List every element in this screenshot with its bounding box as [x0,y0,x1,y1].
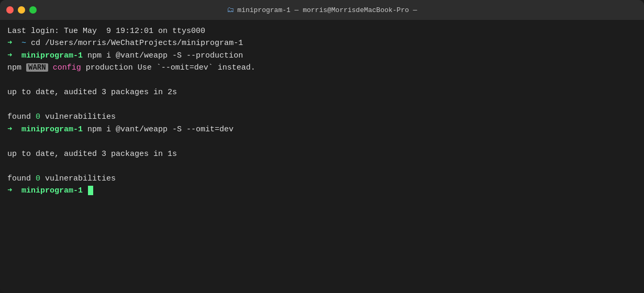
terminal-window: 🗂 miniprogram-1 — morris@MorrisdeMacBook… [0,0,644,293]
cmd-line-2: ➜ miniprogram-1 npm i @vant/weapp -S --p… [7,50,637,62]
prompt-dir-4: miniprogram-1 [21,186,83,195]
maximize-button[interactable] [29,6,37,14]
traffic-lights [6,6,37,14]
prompt-arrow-1: ➜ [7,39,12,48]
vuln-count-2: 0 [36,174,40,183]
audit-line-1: up to date, audited 3 packages in 2s [7,86,637,98]
title-bar: 🗂 miniprogram-1 — morris@MorrisdeMacBook… [0,0,644,20]
prompt-dir-2: miniprogram-1 [21,51,83,60]
prompt-dir-3: miniprogram-1 [21,125,83,134]
vuln-line-1: found 0 vulnerabilities [7,111,637,123]
warn-line: npm WARN config production Use `--omit=d… [7,62,637,74]
prompt-arrow-4: ➜ [7,186,12,195]
cmd-line-1: ➜ ~ cd /Users/morris/WeChatProjects/mini… [7,37,637,49]
warn-badge: WARN [26,63,48,72]
empty-1 [7,74,637,86]
minimize-button[interactable] [18,6,25,14]
prompt-arrow-3: ➜ [7,125,12,134]
window-title: 🗂 miniprogram-1 — morris@MorrisdeMacBook… [227,6,417,14]
vuln-line-2: found 0 vulnerabilities [7,173,637,185]
prompt-dir-1: ~ [21,39,26,48]
final-prompt: ➜ miniprogram-1 [7,185,637,197]
close-button[interactable] [6,6,14,14]
empty-3 [7,136,637,148]
terminal-body[interactable]: Last login: Tue May 9 19:12:01 on ttys00… [0,20,644,293]
cmd-line-3: ➜ miniprogram-1 npm i @vant/weapp -S --o… [7,123,637,136]
vuln-count-1: 0 [36,112,40,121]
last-login-line: Last login: Tue May 9 19:12:01 on ttys00… [7,25,637,37]
terminal-cursor [88,186,93,195]
empty-4 [7,160,637,173]
folder-icon: 🗂 [227,6,234,14]
title-text: miniprogram-1 — morris@MorrisdeMacBook-P… [237,6,417,14]
prompt-arrow-2: ➜ [7,51,12,60]
empty-2 [7,98,637,111]
audit-line-2: up to date, audited 3 packages in 1s [7,148,637,160]
